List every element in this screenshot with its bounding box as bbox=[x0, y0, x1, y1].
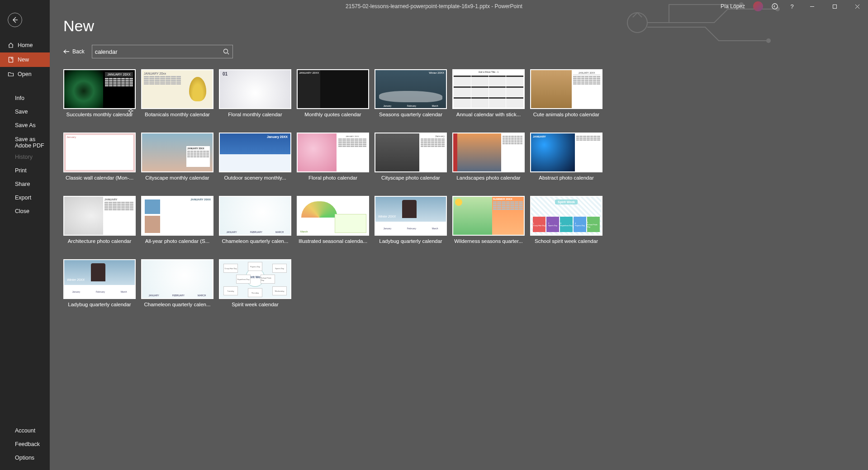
template-card[interactable]: Landscapes photo calendar bbox=[452, 133, 525, 180]
nav-close[interactable]: Close bbox=[0, 204, 50, 218]
svg-rect-6 bbox=[9, 57, 13, 62]
template-card[interactable]: JANUARY Architecture photo calendar bbox=[63, 196, 136, 244]
template-thumbnail: 01 bbox=[219, 69, 291, 109]
template-thumbnail: Spirit WeekCrazy Hair DaySports DayTuesd… bbox=[219, 259, 291, 299]
template-search-input[interactable] bbox=[95, 45, 221, 58]
search-back-label: Back bbox=[72, 48, 85, 55]
minimize-button[interactable] bbox=[804, 0, 820, 13]
template-label: Wilderness seasons quarter... bbox=[452, 238, 525, 244]
nav-save[interactable]: Save bbox=[0, 105, 50, 119]
template-label: Seasons quarterly calendar bbox=[375, 112, 447, 117]
template-card[interactable]: JANUARYFEBRUARYMARCH Chameleon quarterly… bbox=[141, 259, 213, 307]
template-card[interactable]: JANUARY 20XX All-year photo calendar (S.… bbox=[141, 196, 213, 244]
template-label: Cityscape photo calendar bbox=[375, 175, 447, 180]
svg-point-7 bbox=[223, 49, 228, 53]
search-button[interactable] bbox=[220, 45, 232, 58]
template-thumbnail: JANUARY bbox=[63, 196, 136, 236]
template-label: School spirit week calendar bbox=[530, 238, 602, 244]
nav-share[interactable]: Share bbox=[0, 177, 50, 191]
template-thumbnail: Add a Show Title - 1 bbox=[452, 69, 525, 109]
template-label: Abstract photo calendar bbox=[530, 175, 602, 180]
close-window-button[interactable] bbox=[849, 0, 865, 13]
document-title: 21575-02-lessons-learned-powerpoint-temp… bbox=[346, 3, 522, 9]
nav-save-adobe-pdf[interactable]: Save as Adobe PDF bbox=[0, 132, 50, 150]
template-card[interactable]: Spirit Week1Crazy Hair Day2Sports Day3Su… bbox=[530, 196, 602, 244]
template-card[interactable]: Winter 20XXJanuaryFebruaryMarch Ladybug … bbox=[375, 196, 447, 244]
nav-options[interactable]: Options bbox=[0, 451, 50, 465]
template-thumbnail bbox=[452, 133, 525, 172]
nav-home[interactable]: Home bbox=[0, 38, 50, 52]
svg-point-4 bbox=[772, 4, 778, 9]
nav-print[interactable]: Print bbox=[0, 164, 50, 177]
template-thumbnail: JANUARY 20xx bbox=[141, 69, 213, 109]
template-card[interactable]: JANUARY 20XX Monthly quotes calendar bbox=[297, 69, 369, 117]
template-card[interactable]: JANUARY 20XX Cute animals photo calendar bbox=[530, 69, 602, 117]
template-label: Chameleon quarterly calen... bbox=[141, 302, 213, 307]
template-thumbnail: January bbox=[63, 133, 136, 172]
template-thumbnail: Winter 20XXJanuaryFebruaryMarch bbox=[375, 69, 447, 109]
template-label: Architecture photo calendar bbox=[63, 238, 136, 244]
template-label: Floral photo calendar bbox=[297, 175, 369, 180]
template-label: Ladybug quarterly calendar bbox=[63, 302, 136, 307]
template-label: Annual calendar with stick... bbox=[452, 112, 525, 117]
nav-new-label: New bbox=[18, 57, 29, 63]
template-card[interactable]: JANUARYFEBRUARYMARCH Chameleon quarterly… bbox=[219, 196, 291, 244]
template-card[interactable]: Winter 20XXJanuaryFebruaryMarch Ladybug … bbox=[63, 259, 136, 307]
template-thumbnail: Spirit Week1Crazy Hair Day2Sports Day3Su… bbox=[530, 196, 602, 236]
template-card[interactable]: Winter 20XXJanuaryFebruaryMarch Seasons … bbox=[375, 69, 447, 117]
template-label: Classic wall calendar (Mon-... bbox=[63, 175, 136, 180]
template-card[interactable]: January 20XX Outdoor scenery monthly... bbox=[219, 133, 291, 180]
template-thumbnail: JANUARY 20XX bbox=[530, 69, 602, 109]
template-card[interactable]: JANUARY 20XX Cityscape monthly calendar bbox=[141, 133, 213, 180]
nav-open-label: Open bbox=[18, 71, 32, 77]
template-thumbnail: Winter 20XXJanuaryFebruaryMarch bbox=[63, 259, 136, 299]
nav-save-as[interactable]: Save As bbox=[0, 119, 50, 132]
template-label: Cityscape monthly calendar bbox=[141, 175, 213, 180]
template-card[interactable]: Spirit WeekCrazy Hair DaySports DayTuesd… bbox=[219, 259, 291, 307]
template-thumbnail: JANUARY 20XX bbox=[297, 69, 369, 109]
template-card[interactable]: January Classic wall calendar (Mon-... bbox=[63, 133, 136, 180]
template-label: Spirit week calendar bbox=[219, 302, 291, 307]
template-card[interactable]: January Cityscape photo calendar bbox=[375, 133, 447, 180]
pin-icon[interactable] bbox=[128, 108, 136, 116]
template-card[interactable]: JANUARY 20XX Succulents monthly calendar bbox=[63, 69, 136, 117]
template-label: Illustrated seasonal calenda... bbox=[297, 238, 369, 244]
nav-info[interactable]: Info bbox=[0, 91, 50, 105]
template-card[interactable]: JANUARY Abstract photo calendar bbox=[530, 133, 602, 180]
user-avatar[interactable] bbox=[753, 1, 763, 11]
template-thumbnail: JANUARY bbox=[530, 133, 602, 172]
template-thumbnail: January bbox=[375, 133, 447, 172]
template-card[interactable]: SUMMER 20XX Wilderness seasons quarter..… bbox=[452, 196, 525, 244]
template-thumbnail: JANUARY 20XX bbox=[297, 133, 369, 172]
page-title: New bbox=[63, 17, 854, 35]
template-label: Succulents monthly calendar bbox=[63, 112, 136, 117]
nav-new[interactable]: New bbox=[0, 52, 50, 67]
template-card[interactable]: 01 Floral monthly calendar bbox=[219, 69, 291, 117]
template-grid: JANUARY 20XX Succulents monthly calendar… bbox=[63, 69, 854, 307]
template-label: Chameleon quarterly calen... bbox=[219, 238, 291, 244]
nav-account[interactable]: Account bbox=[0, 424, 50, 437]
template-label: Ladybug quarterly calendar bbox=[375, 238, 447, 244]
home-icon bbox=[8, 42, 14, 48]
template-card[interactable]: Add a Show Title - 1 Annual calendar wit… bbox=[452, 69, 525, 117]
back-button[interactable] bbox=[8, 13, 22, 27]
search-back-link[interactable]: Back bbox=[63, 48, 85, 55]
help-icon[interactable]: ? bbox=[787, 1, 797, 12]
maximize-button[interactable] bbox=[826, 0, 843, 13]
template-thumbnail: JANUARY 20XX bbox=[141, 133, 213, 172]
nav-open[interactable]: Open bbox=[0, 67, 50, 81]
template-search-box[interactable] bbox=[92, 45, 233, 58]
template-card[interactable]: March Illustrated seasonal calenda... bbox=[297, 196, 369, 244]
template-thumbnail: JANUARY 20XX bbox=[63, 69, 136, 109]
template-thumbnail: JANUARYFEBRUARYMARCH bbox=[219, 196, 291, 236]
search-icon bbox=[223, 48, 229, 55]
username-label: Pía López bbox=[721, 3, 745, 9]
template-label: Botanicals monthly calendar bbox=[141, 112, 213, 117]
nav-export[interactable]: Export bbox=[0, 191, 50, 204]
notifications-icon[interactable] bbox=[769, 1, 780, 12]
template-card[interactable]: JANUARY 20xx Botanicals monthly calendar bbox=[141, 69, 213, 117]
template-label: All-year photo calendar (S... bbox=[141, 238, 213, 244]
template-thumbnail: January 20XX bbox=[219, 133, 291, 172]
template-card[interactable]: JANUARY 20XX Floral photo calendar bbox=[297, 133, 369, 180]
nav-feedback[interactable]: Feedback bbox=[0, 437, 50, 451]
